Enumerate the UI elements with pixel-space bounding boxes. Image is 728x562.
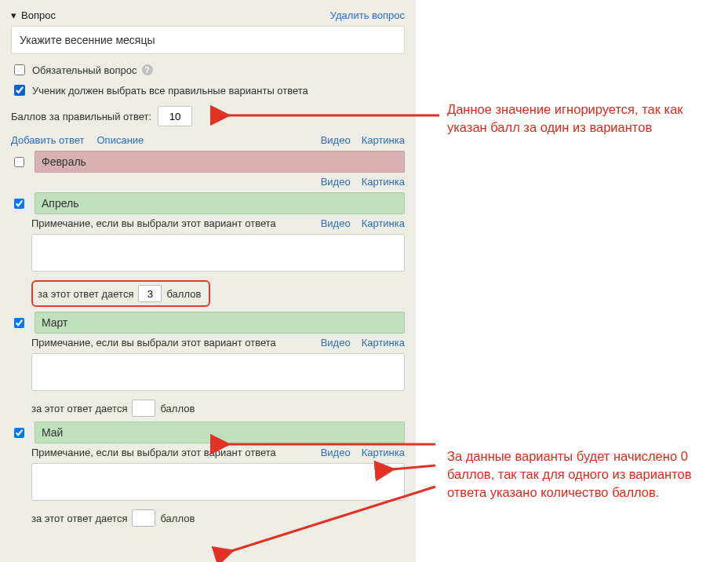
- answer-score-row: за этот ответ дается баллов: [31, 400, 405, 417]
- answer-score-row: за этот ответ дается баллов: [31, 509, 405, 527]
- answer-score-prefix: за этот ответ дается: [38, 288, 133, 300]
- answer-score-prefix: за этот ответ дается: [31, 513, 127, 524]
- all-correct-checkbox[interactable]: [14, 85, 25, 96]
- answer-checkbox[interactable]: [14, 428, 24, 438]
- answer-block: Примечание, если вы выбрали этот вариант…: [11, 312, 405, 417]
- score-label: Баллов за правильный ответ:: [11, 111, 151, 122]
- video-link[interactable]: Видео: [321, 134, 351, 146]
- description-link[interactable]: Описание: [96, 134, 144, 146]
- answer-score-suffix: баллов: [160, 403, 195, 414]
- video-link[interactable]: Видео: [321, 337, 351, 349]
- answer-block: Примечание, если вы выбрали этот вариант…: [11, 192, 405, 307]
- note-label: Примечание, если вы выбрали этот вариант…: [31, 217, 276, 229]
- answer-score-suffix: баллов: [166, 288, 201, 300]
- note-label: Примечание, если вы выбрали этот вариант…: [31, 337, 276, 349]
- answer-block: Примечание, если вы выбрали этот вариант…: [11, 422, 405, 527]
- mandatory-checkbox[interactable]: [14, 64, 25, 75]
- answer-checkbox[interactable]: [14, 157, 24, 167]
- answer-score-row-highlighted: за этот ответ дается баллов: [31, 280, 210, 307]
- answer-score-input[interactable]: [132, 509, 155, 527]
- answer-score-input[interactable]: [138, 285, 162, 302]
- note-textarea[interactable]: [31, 463, 405, 501]
- image-link[interactable]: Картинка: [362, 337, 405, 349]
- delete-question-link[interactable]: Удалить вопрос: [330, 9, 405, 21]
- annotation-bottom: За данные варианты будет начислено 0 бал…: [447, 447, 706, 502]
- image-link[interactable]: Картинка: [362, 447, 405, 458]
- mandatory-row[interactable]: Обязательный вопрос ?: [11, 62, 405, 78]
- answer-text-input[interactable]: [35, 192, 405, 214]
- note-textarea[interactable]: [31, 234, 405, 272]
- answer-checkbox[interactable]: [14, 199, 24, 209]
- video-link[interactable]: Видео: [321, 447, 351, 458]
- answer-score-prefix: за этот ответ дается: [31, 403, 127, 414]
- question-toggle[interactable]: ▾ Вопрос: [11, 9, 56, 21]
- score-input[interactable]: [158, 106, 192, 126]
- score-row: Баллов за правильный ответ:: [11, 106, 405, 126]
- image-link[interactable]: Картинка: [362, 217, 405, 229]
- image-link[interactable]: Картинка: [362, 176, 405, 188]
- video-link[interactable]: Видео: [321, 176, 351, 188]
- answer-block: Видео Картинка: [11, 151, 405, 188]
- all-correct-row[interactable]: Ученик должен выбрать все правильные вар…: [11, 82, 405, 98]
- question-links-row: Добавить ответ Описание Видео Картинка: [11, 134, 405, 146]
- annotation-top: Данное значение игнорируется, так как ук…: [447, 100, 706, 137]
- answer-score-suffix: баллов: [160, 513, 195, 524]
- question-header: ▾ Вопрос Удалить вопрос: [11, 9, 405, 21]
- question-title: Вопрос: [21, 9, 56, 21]
- video-link[interactable]: Видео: [321, 217, 351, 229]
- note-textarea[interactable]: [31, 353, 405, 391]
- all-correct-label: Ученик должен выбрать все правильные вар…: [32, 85, 308, 97]
- mandatory-label: Обязательный вопрос: [32, 64, 137, 76]
- question-editor-panel: ▾ Вопрос Удалить вопрос Обязательный воп…: [0, 0, 416, 562]
- caret-down-icon: ▾: [11, 9, 16, 21]
- answer-text-input[interactable]: [35, 312, 405, 334]
- answer-text-input[interactable]: [35, 422, 405, 443]
- question-text-input[interactable]: [11, 26, 405, 54]
- help-icon[interactable]: ?: [142, 64, 153, 75]
- answer-text-input[interactable]: [35, 151, 405, 173]
- answer-checkbox[interactable]: [14, 318, 24, 328]
- image-link[interactable]: Картинка: [362, 134, 405, 146]
- add-answer-link[interactable]: Добавить ответ: [11, 134, 84, 146]
- answer-score-input[interactable]: [132, 400, 155, 417]
- note-label: Примечание, если вы выбрали этот вариант…: [31, 447, 276, 458]
